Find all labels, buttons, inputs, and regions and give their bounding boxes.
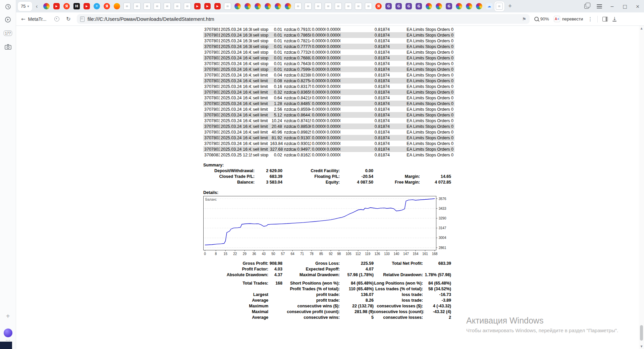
browser-tab-parrot[interactable] xyxy=(434,1,444,11)
browser-tab-game[interactable]: G xyxy=(384,1,394,11)
browser-tab-game[interactable]: G xyxy=(394,1,404,11)
browser-tab-doc[interactable]: ≡ xyxy=(162,1,172,11)
browser-tab-doc[interactable]: ≡ xyxy=(323,1,333,11)
translate-button[interactable]: Аб перевести xyxy=(554,16,583,22)
back-to-tab-button[interactable]: ← MetaTr... xyxy=(16,16,51,22)
browser-tab-yandex[interactable]: Я xyxy=(62,1,72,11)
screenshot-camera-icon[interactable] xyxy=(0,43,16,51)
browser-tab-parrot[interactable] xyxy=(263,1,273,11)
browser-tab-doc[interactable]: ≡ xyxy=(303,1,313,11)
browser-tab-doc[interactable]: ≡ xyxy=(313,1,323,11)
browser-tab-doc[interactable]: ≡ xyxy=(152,1,162,11)
orders-table: 3707801842025.03.24 16:38:13sell stop0.0… xyxy=(203,27,454,158)
address-bar[interactable]: file:///C:/Users/Роман/Downloads/Detaile… xyxy=(77,14,530,24)
history-clock-icon[interactable] xyxy=(0,3,16,11)
browser-tab-parrot[interactable] xyxy=(464,1,474,11)
browser-tab-game[interactable]: G xyxy=(444,1,454,11)
game-favicon: G xyxy=(395,3,402,9)
browser-tab-game[interactable]: G xyxy=(414,1,424,11)
order-cell: 1.28 xyxy=(269,101,283,106)
stat-value: 281.98 (9) xyxy=(340,309,374,315)
browser-tab-parrot[interactable] xyxy=(474,1,484,11)
browser-tab-doc[interactable]: ≡ xyxy=(182,1,193,11)
tab-counter[interactable]: 75 ▾ xyxy=(18,2,32,11)
browser-tab-yandex[interactable]: Я xyxy=(102,1,112,11)
browser-tab-doc[interactable]: ≡ xyxy=(293,1,303,11)
bookmark-flag-icon[interactable]: ⚑ xyxy=(522,16,526,22)
browser-tab-parrot[interactable] xyxy=(243,1,253,11)
vertical-scrollbar[interactable]: ▲ ▼ xyxy=(639,26,644,349)
order-cell: 0.00000 xyxy=(311,55,326,61)
close-button[interactable]: × xyxy=(631,0,644,12)
browser-tab-parrot[interactable] xyxy=(283,1,293,11)
browser-tab-yandex[interactable]: Я xyxy=(374,1,384,11)
tab-panels-button[interactable] xyxy=(580,0,593,12)
order-cell: 0.01 xyxy=(269,27,283,32)
browser-tab-black-h[interactable]: H xyxy=(72,1,82,11)
browser-tab-youtube[interactable]: ▶ xyxy=(82,1,92,11)
browser-tab-parrot[interactable] xyxy=(253,1,263,11)
browser-tab-parrot[interactable] xyxy=(273,1,283,11)
side-panel-icon[interactable] xyxy=(602,17,608,21)
browser-tab-telegram[interactable]: ✈ xyxy=(92,1,102,11)
refresh-icon[interactable]: ↻ xyxy=(66,16,70,22)
browser-tab-doc[interactable]: ≡ xyxy=(354,1,364,11)
minimize-button[interactable]: − xyxy=(606,0,619,12)
browser-tab-doc[interactable]: ≡ xyxy=(223,1,233,11)
browser-tab-fire[interactable] xyxy=(112,1,122,11)
browser-tab-doc[interactable]: ≡ xyxy=(343,1,354,11)
order-row: 3707803542025.03.24 16:41:40sell limit0.… xyxy=(203,78,454,84)
sidebar-add-button[interactable]: + xyxy=(0,312,16,320)
browser-tab-game[interactable]: G xyxy=(404,1,414,11)
browser-tab-doc[interactable]: ≡ xyxy=(172,1,182,11)
browser-tab-parrot[interactable] xyxy=(42,1,52,11)
scroll-down-arrow[interactable]: ▼ xyxy=(639,344,644,349)
scroll-up-arrow[interactable]: ▲ xyxy=(639,26,644,31)
browser-tab-parrot[interactable] xyxy=(454,1,464,11)
browser-tab-doc[interactable]: ≡ xyxy=(333,1,343,11)
order-cell: 370780371 xyxy=(203,135,220,141)
summary-value: 4 072.85 xyxy=(420,180,451,185)
browser-tab-cloud[interactable]: ☁ xyxy=(484,1,494,11)
order-cell: 370808377 xyxy=(203,152,220,158)
stat-value xyxy=(268,315,282,320)
menu-button[interactable] xyxy=(593,0,606,12)
maximize-button[interactable]: □ xyxy=(619,0,631,12)
browser-tab-youtube[interactable]: ▶ xyxy=(203,1,213,11)
order-cell: 0.00000 xyxy=(311,146,326,152)
scrollbar-thumb[interactable] xyxy=(640,325,643,341)
zoom-control[interactable]: 90% xyxy=(534,16,549,21)
site-protect-icon[interactable] xyxy=(54,16,59,21)
order-cell-spacer xyxy=(340,49,368,55)
order-cell: 2025.03.24 16:41:42 xyxy=(220,95,252,101)
kebab-menu-icon[interactable]: ⋮ xyxy=(588,16,593,22)
parrot-favicon xyxy=(476,3,482,9)
browser-tab-doc[interactable]: ≡ xyxy=(142,1,152,11)
doc-favicon: ≡ xyxy=(325,3,332,10)
browser-tab-youtube[interactable]: ▶ xyxy=(193,1,203,11)
alice-assistant-button[interactable] xyxy=(0,328,16,338)
video-play-icon[interactable] xyxy=(0,15,16,23)
browser-tab-parrot[interactable] xyxy=(233,1,243,11)
order-cell: 0.81874 xyxy=(368,38,391,44)
new-tab-button[interactable]: + xyxy=(505,1,515,11)
order-row: 3708083772025.03.25 12:15:02sell stop0.0… xyxy=(203,152,454,158)
summary-title: Summary: xyxy=(203,162,458,168)
order-cell: 370780367 xyxy=(203,112,220,118)
browser-tab-parrot[interactable] xyxy=(424,1,434,11)
browser-tab-doc[interactable]: ≡ xyxy=(122,1,132,11)
order-cell: 0.81874 xyxy=(368,141,391,146)
stat-label: Short Positions (won %): xyxy=(282,281,340,286)
browser-tab-doc[interactable]: ≡ xyxy=(132,1,142,11)
stat-label: Relative Drawdown: xyxy=(374,272,423,278)
tab-scroll-left-button[interactable]: ‹ xyxy=(33,3,41,10)
browser-tab-doc[interactable]: ≡ xyxy=(364,1,374,11)
order-cell: sell limit xyxy=(252,78,269,84)
browser-tab-youtube[interactable]: ▶ xyxy=(52,1,62,11)
order-cell: 0.81874 xyxy=(368,66,391,72)
downloads-button[interactable]: ↓ xyxy=(612,17,616,21)
browser-tab-youtube[interactable]: ▶ xyxy=(213,1,223,11)
browser-tab-doc[interactable]: ≡ xyxy=(494,1,504,11)
stat-value xyxy=(268,292,282,298)
extension-counter-badge[interactable]: 177 xyxy=(0,30,16,37)
